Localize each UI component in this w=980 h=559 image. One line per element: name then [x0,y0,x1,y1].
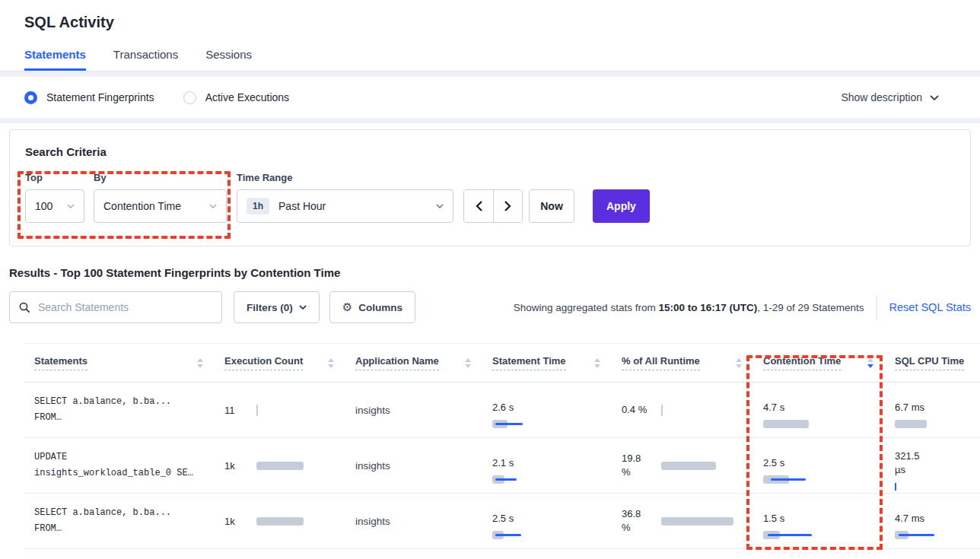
search-statements-input[interactable] [38,301,212,313]
col-header-sql-cpu-time[interactable]: SQL CPU Time [895,355,980,370]
radio-active-executions[interactable]: Active Executions [183,91,290,104]
top-select[interactable]: 100 [25,189,84,223]
table-row: SELECT a.balance, b.ba...FROM… 11 insigh… [24,383,980,438]
gear-icon: ⚙ [342,300,352,314]
contention-time-value: 4.7 s [763,401,878,414]
col-header-contention-time[interactable]: Contention Time [763,355,895,370]
aggregated-stats-text: Showing aggregated stats from 15:00 to 1… [514,302,864,313]
page-header: SQL Activity [0,0,980,31]
results-heading: Results - Top 100 Statement Fingerprints… [9,266,971,279]
time-pager [463,189,523,223]
sort-icon[interactable] [736,358,742,368]
search-criteria-card: Search Criteria Top 100 By Contention Ti… [9,129,971,246]
columns-button[interactable]: ⚙ Columns [329,291,415,323]
statement-link[interactable]: SELECT a.balance, b.ba...FROM… [34,394,224,426]
by-label: By [94,172,227,183]
sql-cpu-time-value: 321.5µs [895,449,963,477]
application-name: insights [355,405,492,416]
execution-count-bar [256,516,339,526]
statement-time-value: 2.6 s [492,401,605,414]
tab-sessions[interactable]: Sessions [205,48,252,71]
toggle-band: Statement Fingerprints Active Executions… [0,71,980,123]
chevron-down-icon [930,95,939,100]
time-range-badge: 1h [247,198,269,214]
time-next-button[interactable] [493,190,522,222]
col-header-runtime-pct[interactable]: % of All Runtime [622,355,763,370]
sql-cpu-time-value: 6.7 ms [895,401,963,414]
chevron-down-icon [67,204,75,208]
col-header-application-name[interactable]: Application Name [355,355,492,370]
chevron-down-icon [299,305,307,310]
tab-bar: Statements Transactions Sessions [0,48,980,71]
sort-icon[interactable] [594,358,600,368]
search-statements-box[interactable] [9,291,222,323]
radio-unselected-icon[interactable] [183,91,196,104]
tab-transactions[interactable]: Transactions [113,48,178,71]
chevron-right-icon [504,201,511,211]
chevron-down-icon [436,204,444,208]
runtime-pct-bar [661,516,746,526]
execution-count-bar [256,461,339,471]
runtime-pct-bar [661,405,746,415]
statement-time-value: 2.5 s [492,512,605,526]
col-header-statements[interactable]: Statements [34,355,224,370]
col-header-statement-time[interactable]: Statement Time [492,355,622,370]
sort-icon[interactable] [197,358,203,368]
execution-count-value: 1k [224,516,250,527]
sort-icon-active-desc[interactable] [867,358,873,368]
runtime-pct-value: 19.8% [622,452,655,479]
divider [877,295,877,319]
sort-icon[interactable] [328,358,334,368]
contention-time-value: 1.5 s [763,512,878,526]
runtime-pct-bar [661,461,746,471]
time-prev-button[interactable] [464,190,493,222]
execution-count-bar [256,405,339,415]
top-label: Top [25,172,84,183]
table-row: UPDATEinsights_workload_table_0 SE… 1k i… [24,438,980,494]
time-range-select[interactable]: 1h Past Hour [237,189,453,223]
radio-statement-fingerprints[interactable]: Statement Fingerprints [24,91,154,104]
chevron-down-icon [209,204,217,208]
statement-link[interactable]: SELECT a.balance, b.ba...FROM… [34,505,224,537]
table-header-row: Statements Execution Count Application N… [24,343,980,383]
statement-link[interactable]: UPDATEinsights_workload_table_0 SE… [34,449,224,481]
contention-time-value: 2.5 s [763,456,878,470]
page-title: SQL Activity [24,14,956,31]
chevron-left-icon [476,201,482,211]
statements-table: Statements Execution Count Application N… [24,343,980,549]
reset-sql-stats-link[interactable]: Reset SQL Stats [889,301,971,313]
results-controls: Filters (0) ⚙ Columns Showing aggregated… [9,291,971,323]
apply-button[interactable]: Apply [593,189,650,223]
radio-selected-icon[interactable] [24,91,37,104]
runtime-pct-value: 36.8% [622,507,655,535]
sql-cpu-time-value: 4.7 ms [895,512,963,526]
runtime-pct-value: 0.4 % [622,403,655,417]
sort-icon[interactable] [465,358,471,368]
execution-count-value: 1k [224,460,250,472]
now-button[interactable]: Now [529,189,574,223]
time-range-label: Time Range [237,172,453,183]
filters-button[interactable]: Filters (0) [234,291,320,323]
application-name: insights [355,460,492,472]
col-header-execution-count[interactable]: Execution Count [224,355,355,370]
execution-count-value: 11 [224,405,250,416]
by-select[interactable]: Contention Time [94,189,227,223]
application-name: insights [355,516,492,527]
show-description-toggle[interactable]: Show description [841,91,956,103]
search-icon [19,302,30,313]
search-criteria-title: Search Criteria [25,145,955,158]
tab-statements[interactable]: Statements [24,48,86,71]
table-row: SELECT a.balance, b.ba...FROM… 1k insigh… [24,494,980,549]
statement-time-value: 2.1 s [492,456,605,470]
